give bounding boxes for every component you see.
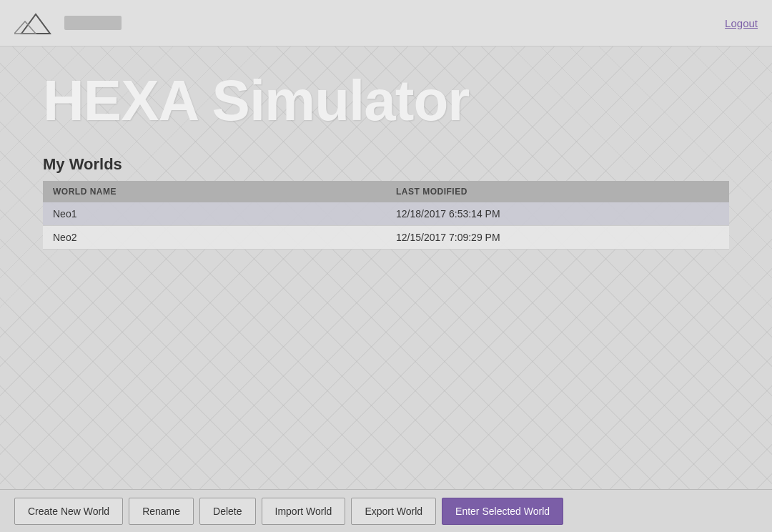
logout-link[interactable]: Logout — [725, 17, 758, 29]
header: vincross Logout — [0, 0, 772, 46]
enter-selected-world-button[interactable]: Enter Selected World — [442, 498, 563, 525]
logo-area: vincross — [14, 9, 122, 37]
app-title: HEXA Simulator — [43, 68, 729, 134]
table-row[interactable]: Neo212/15/2017 7:09:29 PM — [43, 226, 729, 250]
worlds-table-header: WORLD NAME LAST MODIFIED — [43, 181, 729, 202]
table-row[interactable]: Neo112/18/2017 6:53:14 PM — [43, 202, 729, 226]
username-placeholder — [64, 16, 122, 30]
col-last-modified: LAST MODIFIED — [386, 181, 729, 202]
worlds-table: WORLD NAME LAST MODIFIED Neo112/18/2017 … — [43, 181, 729, 250]
world-name-cell: Neo2 — [43, 226, 386, 250]
svg-marker-1 — [14, 21, 36, 34]
export-world-button[interactable]: Export World — [351, 498, 436, 525]
create-new-world-button[interactable]: Create New World — [14, 498, 123, 525]
col-world-name: WORLD NAME — [43, 181, 386, 202]
footer-bar: Create New World Rename Delete Import Wo… — [0, 489, 772, 532]
worlds-table-body: Neo112/18/2017 6:53:14 PMNeo212/15/2017 … — [43, 202, 729, 250]
import-world-button[interactable]: Import World — [262, 498, 346, 525]
svg-marker-0 — [21, 14, 50, 34]
last-modified-cell: 12/18/2017 6:53:14 PM — [386, 202, 729, 226]
worlds-section-title: My Worlds — [43, 155, 729, 174]
main-content: HEXA Simulator My Worlds WORLD NAME LAST… — [0, 46, 772, 264]
rename-button[interactable]: Rename — [129, 498, 194, 525]
last-modified-cell: 12/15/2017 7:09:29 PM — [386, 226, 729, 250]
delete-button[interactable]: Delete — [199, 498, 255, 525]
world-name-cell: Neo1 — [43, 202, 386, 226]
svg-text:vincross: vincross — [16, 36, 31, 37]
vincross-logo-icon: vincross — [14, 9, 57, 37]
